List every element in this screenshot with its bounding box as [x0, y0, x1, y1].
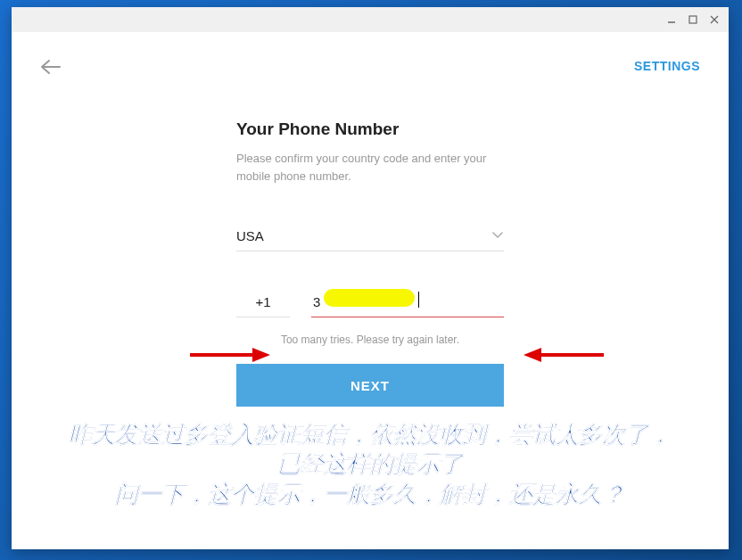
annotation-line-3: 问一下，这个提示，一般多久，解封，还是永久？: [49, 480, 691, 510]
phone-input-row: [236, 291, 504, 317]
next-button[interactable]: NEXT: [236, 364, 504, 407]
country-code-input[interactable]: [236, 291, 290, 317]
country-value: USA: [236, 228, 491, 243]
annotation-line-1: 昨天发送过多登入验证短信，依然没收到，尝试太多次了，: [49, 420, 691, 450]
svg-marker-5: [252, 348, 270, 362]
annotation-text: 昨天发送过多登入验证短信，依然没收到，尝试太多次了， 已经这样的提示了 问一下，…: [49, 420, 691, 510]
window-minimize-button[interactable]: [664, 12, 679, 27]
back-button[interactable]: [40, 59, 62, 78]
redaction-highlight: [324, 289, 415, 307]
titlebar: [12, 7, 729, 32]
chevron-down-icon: [491, 227, 504, 243]
annotation-line-2: 已经这样的提示了: [49, 449, 691, 480]
annotation-arrow-left: [190, 344, 270, 369]
page-subtitle: Please confirm your country code and ent…: [236, 150, 504, 185]
window-close-button[interactable]: [707, 12, 721, 27]
country-selector[interactable]: USA: [236, 227, 504, 251]
content-area: SETTINGS Your Phone Number Please confir…: [12, 32, 729, 549]
svg-rect-1: [689, 16, 697, 23]
phone-input-wrap: [311, 291, 504, 317]
error-message: Too many tries. Please try again later.: [236, 334, 504, 346]
phone-form: Your Phone Number Please confirm your co…: [236, 119, 504, 407]
app-window: SETTINGS Your Phone Number Please confir…: [12, 7, 729, 549]
page-title: Your Phone Number: [236, 119, 504, 139]
svg-marker-7: [524, 348, 541, 362]
annotation-arrow-right: [524, 344, 604, 369]
window-maximize-button[interactable]: [686, 12, 700, 27]
text-caret: [418, 292, 419, 308]
settings-link[interactable]: SETTINGS: [634, 59, 700, 73]
